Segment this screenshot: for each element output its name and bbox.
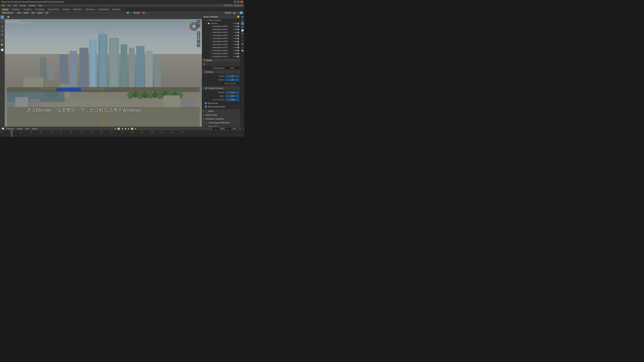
add-cube-icon[interactable]: ⬜ (0, 48, 4, 52)
sampling-header[interactable]: ▾ Sampling (202, 70, 240, 74)
viewport-shading-btn[interactable]: ⬛ (236, 11, 239, 14)
move-tool[interactable]: ↔ (130, 11, 132, 14)
tab-texture-paint[interactable]: Texture Paint (46, 8, 60, 11)
object-menu-btn[interactable]: Object (36, 11, 44, 14)
menu-edit[interactable]: Edit (12, 4, 18, 7)
ao-checkbox[interactable] (205, 87, 207, 89)
play-btn[interactable]: ▶ (128, 127, 130, 130)
editor-type-btn[interactable]: 🔲 (6, 16, 10, 18)
timeline-menu-view[interactable]: View (24, 128, 30, 130)
tab-rendering[interactable]: Rendering (84, 8, 96, 11)
visibility-icon[interactable]: 👁 (233, 25, 234, 27)
render-icon[interactable]: 🔘 (237, 25, 239, 27)
close-button[interactable]: ✕ (240, 1, 243, 3)
sss-header[interactable]: ▶ Subsurface Scattering (202, 117, 240, 121)
bounces-approx-checkbox[interactable]: ✓ (205, 106, 207, 108)
material-tab[interactable]: ⬤ (241, 49, 244, 52)
menu-render[interactable]: Render (18, 4, 27, 7)
viewport-denoising-btn[interactable]: Viewport Denoising (221, 82, 239, 85)
constraints-tab[interactable]: 🔗 (241, 42, 244, 45)
bloom-header[interactable]: ▶ Bloom (202, 109, 240, 113)
minimize-button[interactable]: ─ (234, 1, 236, 3)
outliner-item-mesh-4[interactable]: ▾ △ BuildingMesh:00004 👁 📷 🔘 (202, 37, 240, 40)
outliner-item-mesh-3[interactable]: ▾ △ BuildingMesh:00003 👁 📷 🔘 (202, 34, 240, 37)
tab-shading[interactable]: Shading (61, 8, 71, 11)
camera-btn[interactable]: 📷 (197, 39, 200, 43)
view-layer-selector[interactable]: View Layer (233, 4, 244, 6)
select-menu-btn[interactable]: Select (23, 11, 30, 14)
add-workspace-button[interactable]: + (122, 8, 126, 11)
start-frame-field[interactable]: 1 (226, 127, 231, 130)
bent-normals-checkbox[interactable]: ✓ (205, 102, 207, 104)
render-value[interactable]: 64 (226, 75, 239, 77)
tab-layout[interactable]: Layout (1, 8, 10, 11)
scale-icon[interactable]: ⇔ (0, 29, 4, 33)
visibility-icon[interactable]: 👁 (233, 22, 234, 24)
object-mode-dropdown[interactable]: Object Mode ▾ (1, 11, 14, 14)
trace-precision-value[interactable]: 0.250 (226, 98, 239, 101)
view-menu-btn[interactable]: View (16, 11, 22, 14)
outliner-item-mesh-6[interactable]: ▾ △ BuildingMesh:00006 👁 📷 🔘 (202, 43, 240, 46)
physics-tab[interactable]: ⚛ (241, 39, 244, 42)
jump-start-btn[interactable]: ⏮ (114, 127, 117, 130)
outliner-filter-btn[interactable]: 🔽 (237, 16, 239, 17)
snap-toggle[interactable]: 🧲 (142, 12, 144, 14)
particles-tab[interactable]: ✦ (241, 35, 244, 38)
distance-value[interactable]: 1 m (226, 91, 239, 94)
tab-compositing[interactable]: Compositing (96, 8, 110, 11)
current-frame-field[interactable]: 1 (212, 127, 219, 130)
outliner-item-mesh-1[interactable]: ▾ △ BuildingMesh:00001 👁 📷 🔘 (202, 28, 240, 31)
move-icon[interactable]: ↕ (0, 19, 4, 23)
outliner-item-mesh-8[interactable]: ▾ △ BuildingMesh:00008 👁 📷 🔘 (202, 49, 240, 52)
tab-uv-editing[interactable]: UV Editing (33, 8, 46, 11)
world-properties-tab[interactable]: 🌐 (241, 25, 244, 28)
render-icon[interactable]: 🔘 (237, 22, 239, 24)
object-data-tab[interactable]: △ (241, 45, 244, 49)
cursor-tool[interactable]: ✥ (126, 11, 129, 15)
outliner-item-mesh-9[interactable]: ▾ △ BuildingMesh:00009 👁 📷 🔘 (202, 52, 240, 55)
object-properties-tab[interactable]: ⬜ (241, 29, 244, 32)
step-fwd-btn[interactable]: ⏩ (131, 127, 134, 130)
factor-value[interactable]: 1.00 (226, 95, 239, 97)
menu-file[interactable]: File (6, 4, 12, 7)
scene-selector[interactable]: 🎬 Scene (224, 4, 232, 6)
outliner-item-collection[interactable]: ▾ 📁 Collection 👁 📷 🔘 (202, 22, 240, 25)
measure-icon[interactable]: 📐 (0, 42, 4, 46)
ao-header[interactable]: ▾ Ambient Occlusion (202, 86, 240, 90)
options-btn[interactable]: Options (224, 11, 232, 14)
viewport[interactable]: 🔲 User Perspective (1) Collection | Buil… (5, 15, 202, 127)
ssr-header[interactable]: ▶ Screen Space Reflections (202, 121, 240, 124)
timeline-menu-keying[interactable]: Keying (16, 128, 23, 130)
menu-help[interactable]: Help (37, 4, 44, 7)
world-btn[interactable]: 🌐 (197, 43, 200, 47)
gis-menu-btn[interactable]: GIS (44, 11, 50, 14)
timeline-menu-playback[interactable]: Playback (6, 128, 15, 130)
motion-blur-checkbox[interactable] (206, 125, 208, 127)
maximize-button[interactable]: □ (237, 1, 240, 3)
outliner-item-scene-collection[interactable]: ▾ ⬛ Scene Collection (202, 19, 240, 22)
end-frame-field[interactable]: 250 (237, 127, 243, 130)
hand-btn[interactable]: ✋ (197, 35, 200, 39)
tab-sculpting[interactable]: Sculpting (22, 8, 33, 11)
play-back-btn[interactable]: ◀ (121, 127, 124, 130)
proportional-edit[interactable]: ⊙ (145, 12, 147, 14)
tab-animation[interactable]: Animation (72, 8, 84, 11)
stop-btn[interactable]: ⏹ (124, 127, 127, 130)
tab-modeling[interactable]: Modeling (10, 8, 22, 11)
cursor-icon[interactable]: ✥ (0, 15, 4, 19)
modifier-properties-tab[interactable]: 🔧 (241, 32, 244, 35)
outliner-item-mesh-10[interactable]: ▾ △ BuildingMesh:00010 👁 📷 🔘 (202, 55, 240, 58)
overlay-toggle[interactable]: 👁 (197, 20, 200, 23)
gizmo-toggle[interactable]: ⊕ (197, 24, 200, 27)
restrict-icon[interactable]: 📷 (235, 22, 237, 24)
outliner-item-mesh-5[interactable]: ▾ △ BuildingMesh:00005 👁 📷 🔘 (202, 40, 240, 43)
timeline-editor-type[interactable]: 📊 (1, 127, 5, 130)
menu-blender[interactable] (1, 4, 6, 7)
outliner-item-mesh-2[interactable]: ▾ △ BuildingMesh:00002 👁 📷 🔘 (202, 31, 240, 34)
timeline-menu-marker[interactable]: Marker (31, 128, 38, 130)
render-icon[interactable]: 🔘 (237, 28, 239, 30)
tab-scripting[interactable]: Scripting (111, 8, 122, 11)
add-menu-btn[interactable]: Add (30, 11, 36, 14)
transform-icon[interactable]: ⊕ (0, 33, 4, 37)
scene-properties-tab[interactable]: 🎬 (241, 22, 244, 25)
